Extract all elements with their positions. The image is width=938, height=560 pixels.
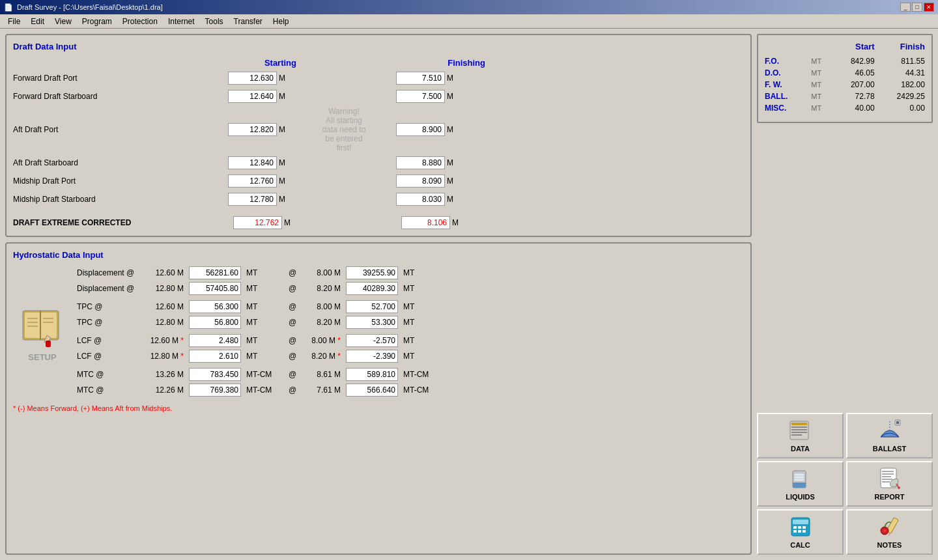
report-button[interactable]: REPORT [846,461,933,507]
draft-finish-unit: M [447,176,460,186]
warning-spacer [292,155,396,171]
hydro-input2[interactable] [346,300,398,313]
cargo-finish-value: 44.31 [886,68,925,77]
footnote: * (-) Means Forward, (+) Means Aft from … [13,404,744,412]
maximize-button[interactable]: □ [912,3,922,12]
svg-rect-20 [793,483,806,488]
draft-finish-input[interactable] [396,156,445,169]
cargo-row-unit: MT [811,81,821,89]
hydrostatic-data-input-panel: Hydrostatic Data Input [5,242,752,555]
draft-field-label: Aft Draft Port [13,125,228,134]
hydro-at: @ [287,370,298,379]
draft-field-row: Aft Draft PortMWarning!All startingdata … [13,107,744,152]
extreme-row: DRAFT EXTREME CORRECTED M M [13,212,744,229]
draft-start-unit: M [279,125,292,134]
notes-button[interactable]: NOTES [846,509,933,555]
svg-rect-14 [791,434,802,436]
setup-area[interactable]: SETUP [13,266,72,399]
hydro-input2[interactable] [346,282,398,295]
menu-protection[interactable]: Protection [117,16,163,27]
hydro-at: @ [287,268,298,277]
hydro-depth2: 8.00 M [300,268,341,277]
hydro-input2[interactable] [346,368,398,381]
hydro-input1[interactable] [189,300,241,313]
hydro-input2[interactable] [346,350,398,363]
menu-view[interactable]: View [50,16,77,27]
cargo-row: BALL.MT72.782429.25 [765,92,925,101]
hydro-row: LCF @12.60 M *MT@8.00 M *MT [77,334,744,347]
ballast-button[interactable]: BALLAST [846,413,933,458]
data-button[interactable]: DATA [757,413,844,458]
draft-finish-input[interactable] [396,72,445,85]
hydro-input2[interactable] [346,266,398,279]
liquids-icon [789,467,812,490]
setup-label: SETUP [28,352,56,362]
draft-start-input[interactable] [228,72,277,85]
svg-rect-38 [803,530,806,533]
svg-rect-28 [882,479,892,480]
hydro-desc: Displacement @ [77,284,142,293]
data-icon [789,419,812,442]
draft-panel-title: Draft Data Input [13,42,744,51]
hydro-unit1: MT [246,302,282,311]
hydro-unit2: MT [403,318,439,327]
extreme-start-input[interactable] [233,216,282,229]
extreme-finish-input[interactable] [401,216,450,229]
hydro-input2[interactable] [346,316,398,329]
hydro-depth1: 12.80 M [145,318,184,327]
setup-icon [20,304,65,350]
draft-field-row: Forward Draft StarboardMM [13,89,744,104]
calc-button[interactable]: CALC [757,509,844,555]
menu-file[interactable]: File [3,16,25,27]
close-button[interactable]: ✕ [924,3,934,12]
draft-start-input[interactable] [228,123,277,136]
hydro-unit2: MT [403,336,439,345]
cargo-row-label: F.O. [765,57,797,66]
draft-start-input[interactable] [228,193,277,206]
cargo-box: Start Finish F.O.MT842.99811.55D.O.MT46.… [757,34,933,123]
draft-finish-input[interactable] [396,175,445,188]
action-buttons: DATA BALLAST [757,413,933,555]
hydro-input1[interactable] [189,350,241,363]
hydro-row: LCF @12.80 M *MT@8.20 M *MT [77,350,744,363]
menu-help[interactable]: Help [268,16,294,27]
menu-internet[interactable]: Internet [163,16,200,27]
cargo-start-value: 72.78 [836,92,875,101]
report-icon [878,467,902,490]
hydro-row: MTC @13.26 MMT-CM@8.61 MMT-CM [77,368,744,381]
menu-program[interactable]: Program [77,16,117,27]
hydro-input1[interactable] [189,334,241,347]
hydro-desc: LCF @ [77,352,142,361]
hydro-depth1: 12.80 M [145,284,184,293]
hydro-input1[interactable] [189,316,241,329]
menu-edit[interactable]: Edit [25,16,50,27]
hydro-at: @ [287,352,298,361]
cargo-row-unit: MT [811,104,821,112]
liquids-button-label: LIQUIDS [786,493,815,501]
hydro-input2[interactable] [346,334,398,347]
draft-finish-input[interactable] [396,90,445,103]
menu-transfer[interactable]: Transfer [229,16,268,27]
hydro-panel-title: Hydrostatic Data Input [13,250,744,260]
notes-button-label: NOTES [877,541,902,549]
cargo-start-value: 46.05 [836,68,875,77]
draft-start-input[interactable] [228,156,277,169]
hydro-desc: TPC @ [77,302,142,311]
hydro-content: SETUP Displacement @12.60 MMT@8.00 MMTDi… [13,266,744,399]
hydro-input1[interactable] [189,282,241,295]
hydro-input1[interactable] [189,368,241,381]
liquids-button[interactable]: LIQUIDS [757,461,844,507]
data-button-label: DATA [791,445,810,453]
draft-finish-input[interactable] [396,123,445,136]
menu-tools[interactable]: Tools [200,16,229,27]
hydro-input2[interactable] [346,384,398,397]
warning-spacer [292,70,396,86]
cargo-row-label: F. W. [765,80,797,89]
draft-start-input[interactable] [228,175,277,188]
hydro-input1[interactable] [189,266,241,279]
draft-finish-input[interactable] [396,193,445,206]
draft-start-input[interactable] [228,90,277,103]
minimize-button[interactable]: _ [900,3,911,12]
draft-field-label: Aft Draft Starboard [13,158,228,167]
hydro-input1[interactable] [189,384,241,397]
